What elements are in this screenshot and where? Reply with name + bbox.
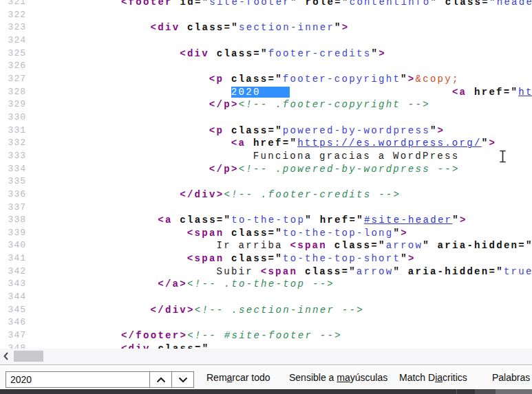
find-input[interactable]: [6, 371, 150, 388]
taskbar-segment: [475, 389, 496, 394]
code-token-val: to-the-top: [231, 215, 305, 226]
code-token-tag: >: [342, 22, 350, 33]
code-line: 340Ir arriba <span class="arrow" aria-hi…: [0, 239, 532, 252]
find-bar: Remarcar todo Sensible a mayúsculas Matc…: [0, 364, 532, 389]
code-token-att: class=": [151, 343, 210, 349]
code-token-val: site-footer: [209, 0, 290, 8]
line-number: 322: [0, 9, 26, 22]
scroll-left-button[interactable]: [0, 349, 12, 364]
code-token-lnk[interactable]: htt: [518, 87, 532, 98]
code-token-tag: <p: [209, 125, 224, 136]
line-number: 347: [0, 329, 26, 342]
label-text: yúsculas: [350, 372, 387, 383]
code-token-tag: <p: [209, 74, 224, 85]
code-line: 326: [0, 60, 532, 73]
line-number: 345: [0, 304, 26, 317]
code-token-tag: >: [489, 138, 496, 149]
code-token-tag: </div>: [180, 189, 224, 200]
find-next-button[interactable]: [171, 371, 194, 388]
code-token-att: " role=": [290, 0, 350, 8]
taskbar-segment: [496, 389, 532, 394]
label-text: Palabras c: [492, 372, 532, 383]
code-line: 339<span class="to-the-top-long">: [0, 227, 532, 240]
code-token-tag: <footer: [121, 0, 173, 8]
code-token-att: ": [371, 48, 379, 59]
taskbar[interactable]: [0, 389, 532, 394]
line-number: 335: [0, 175, 26, 188]
line-number: 330: [0, 111, 26, 124]
code-token-sel: 2020: [231, 87, 290, 98]
code-token-txt: [290, 87, 451, 98]
code-line: 348<div class=": [0, 342, 532, 349]
match-case-toggle[interactable]: Sensible a mayúsculas: [289, 365, 387, 389]
line-number: 329: [0, 98, 26, 111]
line-number: 343: [0, 278, 26, 291]
code-token-att: href=": [246, 138, 297, 149]
code-token-att: class=": [327, 240, 386, 251]
code-token-val: powered-by-wordpress: [283, 125, 430, 136]
code-token-com: <!-- .footer-copyright -->: [239, 99, 430, 110]
label-text: Sensible a: [289, 372, 337, 383]
code-line: 342Subir <span class="arrow" aria-hidden…: [0, 265, 532, 278]
code-token-lnk[interactable]: https://es.wordpress.org/: [297, 138, 482, 149]
code-token-com: <!-- #site-footer -->: [187, 330, 342, 341]
taskbar-segment: [0, 389, 456, 394]
line-number: 336: [0, 188, 26, 201]
code-line: 333Funciona gracias a WordPress: [0, 150, 532, 163]
code-token-att: ": [401, 74, 408, 85]
code-token-tag: </p>: [209, 99, 239, 110]
code-token-att: class=": [180, 22, 239, 33]
code-token-att: ": [401, 253, 408, 264]
code-token-att: ": [430, 125, 438, 136]
code-token-att: " aria-hidden=": [393, 266, 504, 277]
code-token-att: id=": [173, 0, 210, 8]
line-number: 338: [0, 214, 26, 227]
chevron-down-icon: [178, 375, 188, 385]
code-token-tag: <span: [187, 253, 224, 264]
whole-words-toggle[interactable]: Palabras c: [492, 365, 532, 389]
code-token-tag: </a>: [158, 278, 187, 289]
find-previous-button[interactable]: [149, 371, 172, 388]
code-token-att: class=": [173, 215, 232, 226]
code-line: 321<footer id="site-footer" role="conten…: [0, 0, 532, 9]
code-token-tag: <div: [180, 48, 209, 59]
code-token-tag: >: [460, 215, 467, 226]
code-token-att: class=": [224, 74, 283, 85]
code-line: 329</p><!-- .footer-copyright -->: [0, 98, 532, 111]
accesskey-underline: ma: [337, 372, 350, 383]
code-token-tag: <span: [187, 228, 224, 239]
horizontal-scrollbar[interactable]: [0, 349, 532, 364]
code-token-tag: <span: [290, 240, 328, 251]
chevron-left-icon: [3, 351, 9, 363]
code-line: 330: [0, 111, 532, 124]
code-line: 331<p class="powered-by-wordpress">: [0, 124, 532, 138]
match-diacritics-toggle[interactable]: Match Diacritics: [399, 365, 467, 389]
code-line: 341<span class="to-the-top-short">: [0, 252, 532, 265]
line-number: 337: [0, 201, 26, 215]
accesskey-underline: a: [227, 372, 233, 383]
line-number: 324: [0, 34, 26, 47]
code-token-com: <!-- .footer-credits -->: [224, 189, 401, 200]
line-number: 331: [0, 124, 26, 138]
line-number: 342: [0, 265, 26, 278]
code-token-txt: Funciona gracias a WordPress: [253, 151, 460, 162]
code-token-tag: </div>: [151, 305, 195, 316]
code-line: 343</a><!-- .to-the-top -->: [0, 278, 532, 291]
line-number: 333: [0, 150, 26, 163]
code-line: 323<div class="section-inner">: [0, 21, 532, 34]
line-number: 340: [0, 239, 26, 252]
code-token-ent: &copy;: [416, 74, 460, 85]
accesskey-underline: ia: [435, 372, 443, 383]
code-line: 324: [0, 34, 532, 47]
code-token-val: to-the-top-long: [283, 228, 394, 239]
code-line: 322: [0, 9, 532, 22]
highlight-all-toggle[interactable]: Remarcar todo: [206, 365, 270, 389]
scrollbar-thumb[interactable]: [14, 351, 43, 362]
label-text: critics: [443, 372, 467, 383]
code-token-val: arrow: [357, 266, 394, 277]
source-view[interactable]: 321<footer id="site-footer" role="conten…: [0, 0, 532, 349]
line-number: 341: [0, 252, 26, 265]
code-token-val: section-inner: [239, 22, 334, 33]
line-number: 323: [0, 21, 26, 34]
code-token-lnk[interactable]: #site-header: [364, 215, 452, 226]
